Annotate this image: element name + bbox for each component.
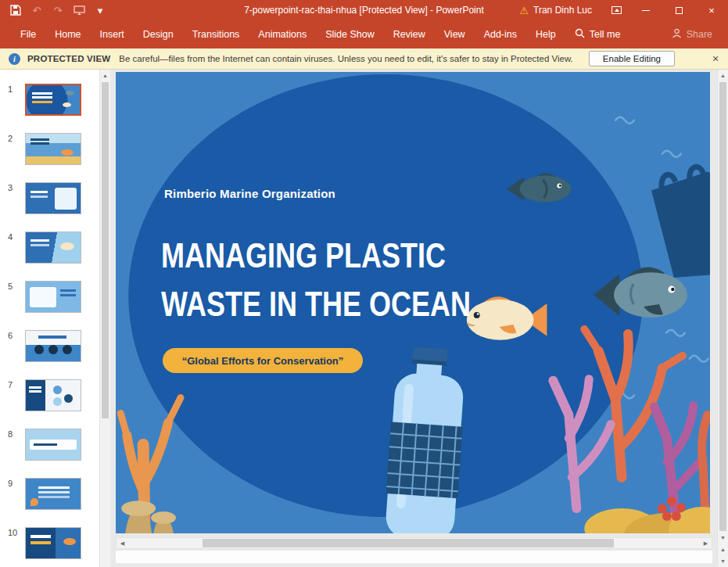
titlebar-controls: ⚠ Tran Dinh Luc × [508, 0, 728, 20]
slide-thumbnail-7[interactable] [25, 379, 81, 411]
scroll-down-icon[interactable]: ▼ [718, 532, 728, 544]
next-slide-button[interactable]: ▼ [718, 555, 728, 567]
slide-thumbnail-pane: 1 2 3 4 5 6 7 [0, 70, 99, 567]
slide-thumbnail-preview [26, 134, 81, 164]
slide-thumbnail-preview [27, 85, 80, 114]
horizontal-scrollbar[interactable]: ◀ ▶ [116, 537, 712, 549]
slide-thumbnail-9[interactable] [25, 478, 81, 510]
banner-close-icon[interactable]: × [706, 52, 725, 65]
slide-thumbnail-preview [26, 479, 81, 509]
slide-canvas-wrap: Rimberio Marine Organization MANAGING PL… [110, 70, 717, 533]
slide-thumbnail-3[interactable] [25, 182, 81, 214]
slide-title-line1: MANAGING PLASTIC [161, 231, 471, 280]
close-button[interactable]: × [695, 0, 728, 20]
slide-thumbnail-10[interactable] [25, 527, 81, 559]
slide-number: 4 [0, 231, 25, 264]
slide-number: 8 [0, 429, 25, 461]
tab-transitions[interactable]: Transitions [183, 20, 249, 48]
thumbnail-row: 2 [0, 133, 99, 165]
main-vertical-scrollbar[interactable]: ▲ ▼ ▲ ▼ [717, 70, 728, 567]
account-name: Tran Dinh Luc [533, 5, 592, 16]
protected-view-message: Be careful—files from the Internet can c… [119, 54, 572, 63]
tab-review[interactable]: Review [384, 20, 435, 48]
thumbnail-row: 6 [0, 330, 99, 362]
save-icon[interactable] [9, 4, 22, 16]
ribbon-display-options-button[interactable] [603, 0, 629, 20]
protected-view-banner: i PROTECTED VIEW Be careful—files from t… [0, 48, 728, 70]
info-icon: i [9, 53, 20, 65]
slide-thumbnail-4[interactable] [25, 231, 81, 264]
share-label: Share [687, 29, 712, 40]
tab-add-ins[interactable]: Add-ins [475, 20, 526, 48]
scrollbar-thumb[interactable] [719, 82, 726, 531]
slide-thumbnail-preview [26, 429, 81, 460]
ribbon-tab-bar: File Home Insert Design Transitions Anim… [0, 20, 728, 48]
thumbnail-row: 7 [0, 379, 99, 411]
titlebar: ↶ ↷ ▾ 7-powerpoint-rac-thai-nhua [Protec… [0, 0, 728, 20]
maximize-button[interactable] [662, 0, 695, 20]
slide-thumbnail-2[interactable] [25, 133, 81, 165]
tab-view[interactable]: View [435, 20, 475, 48]
workspace: 1 2 3 4 5 6 7 [0, 70, 728, 567]
tab-animations[interactable]: Animations [249, 20, 316, 48]
slide-editor-area: Rimberio Marine Organization MANAGING PL… [110, 70, 717, 567]
scroll-up-icon[interactable]: ▲ [718, 70, 728, 81]
maximize-icon [676, 7, 683, 14]
tab-help[interactable]: Help [526, 20, 565, 48]
minimize-button[interactable] [629, 0, 662, 20]
slide-number: 7 [0, 379, 25, 411]
slide-number: 2 [0, 133, 25, 165]
slide-thumbnail-preview [26, 528, 81, 558]
tab-design[interactable]: Design [134, 20, 183, 48]
quick-access-toolbar: ↶ ↷ ▾ [0, 4, 106, 16]
thumbnail-row: 3 [0, 182, 99, 214]
undo-icon[interactable]: ↶ [30, 4, 43, 16]
customize-qat-icon[interactable]: ▾ [94, 4, 106, 16]
slide-thumbnail-5[interactable] [25, 281, 81, 313]
tab-file[interactable]: File [11, 20, 45, 48]
tab-home[interactable]: Home [45, 20, 90, 48]
slide-subtitle-organization[interactable]: Rimberio Marine Organization [164, 187, 335, 200]
thumbnail-row: 5 [0, 281, 99, 313]
thumbnail-row: 8 [0, 429, 99, 461]
ribbon-display-options-icon [611, 6, 622, 14]
account-warning-icon: ⚠ [519, 5, 529, 16]
horizontal-scroll-track[interactable] [128, 538, 700, 548]
tell-me-box[interactable]: Tell me [565, 28, 630, 41]
scroll-left-icon[interactable]: ◀ [117, 538, 128, 548]
slide-canvas[interactable]: Rimberio Marine Organization MANAGING PL… [116, 72, 710, 533]
slide-tagline-pill[interactable]: “Global Efforts for Conservation” [163, 348, 363, 373]
share-button[interactable]: Share [672, 28, 712, 41]
slide-number: 10 [0, 527, 25, 559]
tab-slide-show[interactable]: Slide Show [316, 20, 384, 48]
slide-number: 5 [0, 281, 25, 313]
account-area[interactable]: ⚠ Tran Dinh Luc [508, 0, 603, 20]
previous-slide-button[interactable]: ▲ [718, 544, 728, 555]
slide-thumbnail-6[interactable] [25, 330, 81, 362]
redo-icon[interactable]: ↷ [52, 4, 64, 16]
slide-number: 1 [0, 84, 25, 116]
thumbnail-pane-scrollbar[interactable]: ▲ [99, 70, 110, 567]
slide-title-line2: WASTE IN THE OCEAN [161, 280, 471, 328]
tell-me-label: Tell me [590, 29, 621, 40]
thumbnail-row: 9 [0, 478, 99, 510]
scrollbar-thumb[interactable] [102, 82, 109, 418]
thumbnail-row: 1 [0, 84, 99, 116]
scroll-right-icon[interactable]: ▶ [700, 538, 712, 548]
enable-editing-button[interactable]: Enable Editing [589, 51, 675, 66]
scrollbar-thumb[interactable] [203, 539, 614, 547]
slide-title[interactable]: MANAGING PLASTIC WASTE IN THE OCEAN [161, 231, 471, 328]
slide-thumbnail-8[interactable] [25, 429, 81, 461]
thumbnail-row: 4 [0, 231, 99, 264]
slide-number: 3 [0, 182, 25, 214]
slide-number: 9 [0, 478, 25, 510]
slide-thumbnail-preview [26, 380, 81, 411]
notes-strip [116, 551, 712, 563]
slide-tagline-text: “Global Efforts for Conservation” [182, 355, 344, 367]
slide-thumbnail-preview [26, 232, 81, 263]
slide-thumbnail-1[interactable] [25, 84, 81, 116]
close-icon: × [708, 5, 715, 16]
start-slideshow-icon[interactable] [73, 4, 85, 16]
tab-insert[interactable]: Insert [91, 20, 134, 48]
scroll-up-icon[interactable]: ▲ [100, 70, 110, 81]
